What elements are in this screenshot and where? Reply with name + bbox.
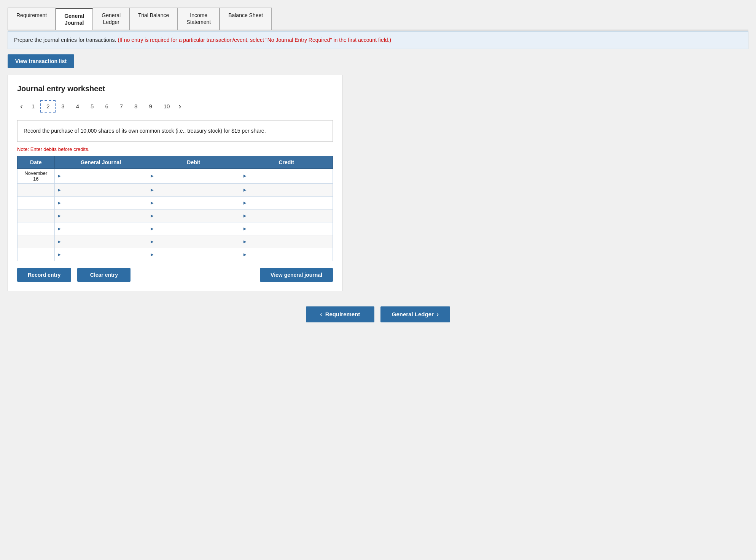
journal-input-4[interactable] (62, 209, 147, 222)
date-cell-5 (18, 222, 55, 235)
credit-cell-5[interactable]: ► (240, 222, 333, 235)
debit-cell-4[interactable]: ► (147, 209, 240, 222)
next-nav-label: General Ledger (392, 311, 434, 317)
journal-input-1[interactable] (62, 170, 147, 182)
debit-input-2[interactable] (154, 184, 240, 196)
journal-input-3[interactable] (62, 197, 147, 209)
arrow-icon-1: ► (55, 173, 62, 179)
credit-arrow-5: ► (240, 226, 247, 232)
tab-balance-sheet[interactable]: Balance Sheet (220, 8, 272, 30)
debit-arrow-6: ► (147, 239, 154, 244)
debit-input-6[interactable] (154, 235, 240, 247)
date-cell-2 (18, 183, 55, 196)
date-cell-4 (18, 209, 55, 222)
credit-input-3[interactable] (247, 197, 333, 209)
debit-arrow-4: ► (147, 213, 154, 219)
next-page-button[interactable]: › (175, 100, 184, 112)
page-4[interactable]: 4 (70, 100, 85, 112)
col-header-general-journal: General Journal (54, 156, 147, 168)
credit-cell-7[interactable]: ► (240, 248, 333, 261)
journal-entry-worksheet: Journal entry worksheet ‹ 1 2 3 4 5 6 7 … (8, 75, 342, 291)
debit-arrow-3: ► (147, 200, 154, 206)
journal-input-7[interactable] (62, 248, 147, 260)
action-buttons: Record entry Clear entry View general jo… (17, 268, 333, 282)
journal-cell-6[interactable]: ► (54, 235, 147, 248)
debit-cell-2[interactable]: ► (147, 183, 240, 196)
debit-cell-5[interactable]: ► (147, 222, 240, 235)
view-transaction-button[interactable]: View transaction list (8, 54, 74, 68)
debit-cell-3[interactable]: ► (147, 196, 240, 209)
page-10[interactable]: 10 (158, 100, 176, 112)
debit-input-1[interactable] (154, 170, 240, 182)
prev-page-button[interactable]: ‹ (17, 100, 26, 112)
tab-general-ledger[interactable]: GeneralLedger (93, 8, 129, 30)
page-9[interactable]: 9 (143, 100, 158, 112)
debit-cell-1[interactable]: ► (147, 168, 240, 183)
debit-input-5[interactable] (154, 222, 240, 235)
arrow-icon-3: ► (55, 200, 62, 206)
next-nav-button[interactable]: General Ledger › (380, 306, 450, 322)
date-cell-1: November16 (18, 168, 55, 183)
credit-arrow-1: ► (240, 173, 247, 179)
journal-input-2[interactable] (62, 184, 147, 196)
credit-input-2[interactable] (247, 184, 333, 196)
clear-entry-button[interactable]: Clear entry (77, 268, 131, 282)
col-header-credit: Credit (240, 156, 333, 168)
debit-input-4[interactable] (154, 209, 240, 222)
table-row: ► ► ► (18, 222, 333, 235)
debit-input-7[interactable] (154, 248, 240, 260)
next-chevron-icon: › (437, 311, 439, 318)
credit-cell-2[interactable]: ► (240, 183, 333, 196)
credit-input-6[interactable] (247, 235, 333, 247)
credit-cell-4[interactable]: ► (240, 209, 333, 222)
page-5[interactable]: 5 (85, 100, 99, 112)
credit-input-1[interactable] (247, 170, 333, 182)
note-text: Note: Enter debits before credits. (17, 146, 333, 152)
prev-chevron-icon: ‹ (320, 311, 322, 318)
col-header-debit: Debit (147, 156, 240, 168)
debit-cell-6[interactable]: ► (147, 235, 240, 248)
journal-input-6[interactable] (62, 235, 147, 247)
tab-income-statement[interactable]: IncomeStatement (178, 8, 220, 30)
debit-input-3[interactable] (154, 197, 240, 209)
record-entry-button[interactable]: Record entry (17, 268, 71, 282)
credit-arrow-3: ► (240, 200, 247, 206)
page-7[interactable]: 7 (114, 100, 129, 112)
journal-cell-7[interactable]: ► (54, 248, 147, 261)
debit-cell-7[interactable]: ► (147, 248, 240, 261)
debit-arrow-2: ► (147, 187, 154, 193)
worksheet-title: Journal entry worksheet (17, 84, 333, 93)
journal-cell-2[interactable]: ► (54, 183, 147, 196)
prev-nav-label: Requirement (325, 311, 360, 317)
journal-cell-1[interactable]: ► (54, 168, 147, 183)
arrow-icon-4: ► (55, 213, 62, 219)
journal-cell-5[interactable]: ► (54, 222, 147, 235)
credit-arrow-2: ► (240, 187, 247, 193)
journal-cell-3[interactable]: ► (54, 196, 147, 209)
credit-input-4[interactable] (247, 209, 333, 222)
journal-input-5[interactable] (62, 222, 147, 235)
page-2[interactable]: 2 (40, 100, 56, 113)
bottom-navigation: ‹ Requirement General Ledger › (8, 306, 748, 322)
tab-trial-balance[interactable]: Trial Balance (129, 8, 178, 30)
credit-input-5[interactable] (247, 222, 333, 235)
credit-input-7[interactable] (247, 248, 333, 260)
credit-cell-1[interactable]: ► (240, 168, 333, 183)
tab-general-journal[interactable]: GeneralJournal (56, 8, 93, 30)
pagination: ‹ 1 2 3 4 5 6 7 8 9 10 › (17, 100, 333, 113)
page-8[interactable]: 8 (129, 100, 143, 112)
page-6[interactable]: 6 (99, 100, 114, 112)
view-general-journal-button[interactable]: View general journal (260, 268, 333, 282)
credit-cell-3[interactable]: ► (240, 196, 333, 209)
prev-nav-button[interactable]: ‹ Requirement (306, 306, 374, 322)
col-header-date: Date (18, 156, 55, 168)
credit-cell-6[interactable]: ► (240, 235, 333, 248)
journal-cell-4[interactable]: ► (54, 209, 147, 222)
page-3[interactable]: 3 (56, 100, 70, 112)
debit-arrow-5: ► (147, 226, 154, 232)
credit-arrow-6: ► (240, 239, 247, 244)
tab-bar: Requirement GeneralJournal GeneralLedger… (8, 8, 748, 30)
arrow-icon-6: ► (55, 239, 62, 244)
tab-requirement[interactable]: Requirement (8, 8, 56, 30)
page-1[interactable]: 1 (26, 100, 40, 112)
